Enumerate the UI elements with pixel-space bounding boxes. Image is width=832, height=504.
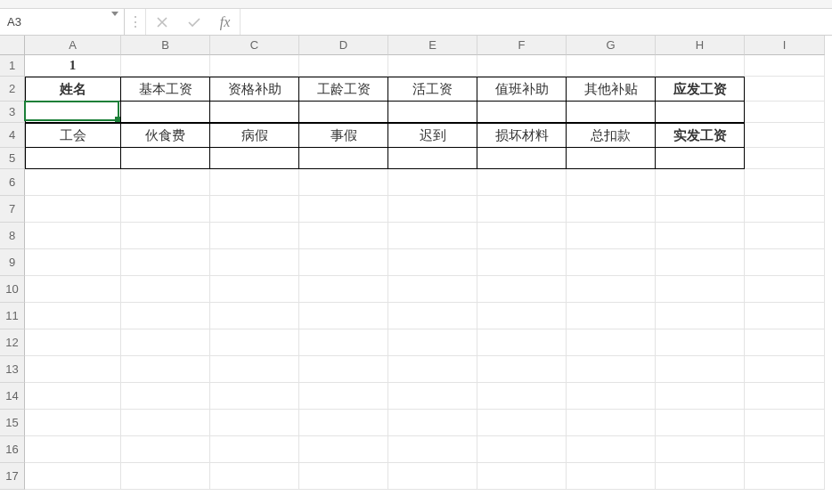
- cell-H11[interactable]: [656, 303, 745, 329]
- cell-H1[interactable]: [656, 55, 745, 77]
- cell-D13[interactable]: [299, 356, 388, 383]
- col-header-F[interactable]: F: [477, 36, 567, 55]
- cell-B7[interactable]: [121, 196, 210, 223]
- cell-H17[interactable]: [656, 463, 745, 490]
- cell-E2[interactable]: 活工资: [388, 77, 477, 102]
- cell-C7[interactable]: [210, 196, 299, 223]
- cell-A12[interactable]: [25, 329, 121, 356]
- cell-I2[interactable]: [745, 77, 825, 102]
- cell-I16[interactable]: [745, 436, 825, 463]
- cell-D16[interactable]: [299, 436, 388, 463]
- cell-H8[interactable]: [656, 223, 745, 249]
- row-header-2[interactable]: 2: [0, 77, 25, 102]
- row-header-16[interactable]: 16: [0, 436, 25, 463]
- row-header-10[interactable]: 10: [0, 276, 25, 303]
- cell-H10[interactable]: [656, 276, 745, 303]
- cell-I7[interactable]: [745, 196, 825, 223]
- cell-I3[interactable]: [745, 102, 825, 123]
- cell-A4[interactable]: 工会: [25, 123, 121, 148]
- confirm-button[interactable]: [178, 9, 210, 35]
- cell-A16[interactable]: [25, 436, 121, 463]
- select-all-corner[interactable]: [0, 36, 25, 55]
- cell-B5[interactable]: [121, 148, 210, 169]
- col-header-H[interactable]: H: [656, 36, 745, 55]
- cell-D11[interactable]: [299, 303, 388, 329]
- cell-D14[interactable]: [299, 383, 388, 410]
- cell-A7[interactable]: [25, 196, 121, 223]
- col-header-G[interactable]: G: [567, 36, 656, 55]
- fx-icon[interactable]: fx: [210, 9, 241, 35]
- cell-B2[interactable]: 基本工资: [121, 77, 210, 102]
- cell-D17[interactable]: [299, 463, 388, 490]
- cell-C6[interactable]: [210, 169, 299, 196]
- cell-C11[interactable]: [210, 303, 299, 329]
- cell-G5[interactable]: [567, 148, 656, 169]
- cell-F6[interactable]: [477, 169, 567, 196]
- cell-E9[interactable]: [388, 249, 477, 276]
- cell-C3[interactable]: [210, 102, 299, 123]
- cell-I4[interactable]: [745, 123, 825, 148]
- col-header-C[interactable]: C: [210, 36, 299, 55]
- cell-G10[interactable]: [567, 276, 656, 303]
- cell-A11[interactable]: [25, 303, 121, 329]
- cell-C13[interactable]: [210, 356, 299, 383]
- cell-D4[interactable]: 事假: [299, 123, 388, 148]
- cell-G4[interactable]: 总扣款: [567, 123, 656, 148]
- cell-F4[interactable]: 损坏材料: [477, 123, 567, 148]
- name-box-wrap[interactable]: [0, 9, 125, 35]
- cell-B4[interactable]: 伙食费: [121, 123, 210, 148]
- cell-E1[interactable]: [388, 55, 477, 77]
- cell-A14[interactable]: [25, 383, 121, 410]
- cell-F7[interactable]: [477, 196, 567, 223]
- cell-C1[interactable]: [210, 55, 299, 77]
- cell-G3[interactable]: [567, 102, 656, 123]
- cell-D10[interactable]: [299, 276, 388, 303]
- cell-B16[interactable]: [121, 436, 210, 463]
- cell-F14[interactable]: [477, 383, 567, 410]
- cell-E5[interactable]: [388, 148, 477, 169]
- cell-H12[interactable]: [656, 329, 745, 356]
- cell-F12[interactable]: [477, 329, 567, 356]
- cell-E10[interactable]: [388, 276, 477, 303]
- cell-G2[interactable]: 其他补贴: [567, 77, 656, 102]
- cell-D6[interactable]: [299, 169, 388, 196]
- cell-G11[interactable]: [567, 303, 656, 329]
- cell-G15[interactable]: [567, 410, 656, 436]
- row-header-11[interactable]: 11: [0, 303, 25, 329]
- cell-G13[interactable]: [567, 356, 656, 383]
- cell-B13[interactable]: [121, 356, 210, 383]
- cell-I5[interactable]: [745, 148, 825, 169]
- cell-B17[interactable]: [121, 463, 210, 490]
- cell-I9[interactable]: [745, 249, 825, 276]
- row-header-1[interactable]: 1: [0, 55, 25, 77]
- col-header-A[interactable]: A: [25, 36, 121, 55]
- cell-G8[interactable]: [567, 223, 656, 249]
- cell-F3[interactable]: [477, 102, 567, 123]
- cell-C17[interactable]: [210, 463, 299, 490]
- cell-A9[interactable]: [25, 249, 121, 276]
- cell-E7[interactable]: [388, 196, 477, 223]
- cell-B8[interactable]: [121, 223, 210, 249]
- cell-D3[interactable]: [299, 102, 388, 123]
- cell-H13[interactable]: [656, 356, 745, 383]
- row-header-4[interactable]: 4: [0, 123, 25, 148]
- cell-G7[interactable]: [567, 196, 656, 223]
- cell-A2[interactable]: 姓名: [25, 77, 121, 102]
- cell-F15[interactable]: [477, 410, 567, 436]
- col-header-D[interactable]: D: [299, 36, 388, 55]
- cell-H9[interactable]: [656, 249, 745, 276]
- cell-H4[interactable]: 实发工资: [656, 123, 745, 148]
- cell-B6[interactable]: [121, 169, 210, 196]
- row-header-14[interactable]: 14: [0, 383, 25, 410]
- cell-A17[interactable]: [25, 463, 121, 490]
- cell-F17[interactable]: [477, 463, 567, 490]
- cell-H5[interactable]: [656, 148, 745, 169]
- cell-D2[interactable]: 工龄工资: [299, 77, 388, 102]
- cell-H2[interactable]: 应发工资: [656, 77, 745, 102]
- cell-A6[interactable]: [25, 169, 121, 196]
- col-header-I[interactable]: I: [745, 36, 825, 55]
- cell-E3[interactable]: [388, 102, 477, 123]
- cell-F9[interactable]: [477, 249, 567, 276]
- cell-A15[interactable]: [25, 410, 121, 436]
- cell-C16[interactable]: [210, 436, 299, 463]
